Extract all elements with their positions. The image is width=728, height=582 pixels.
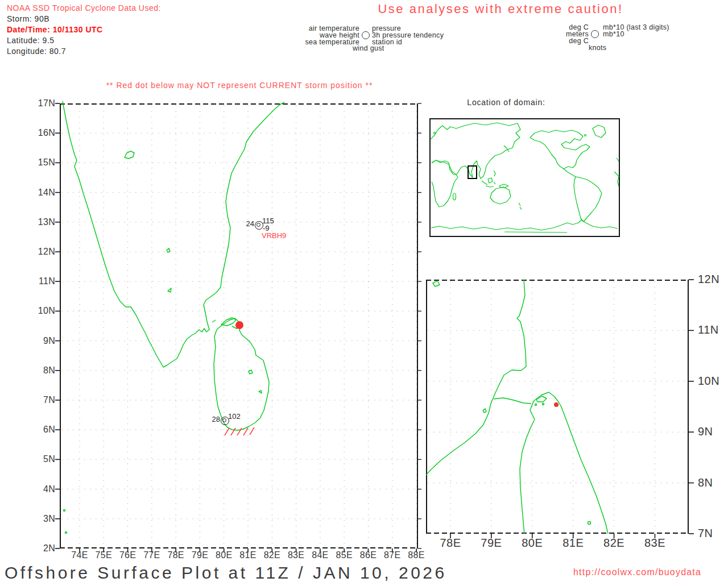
- main-map-lon-label: 76E: [117, 550, 139, 560]
- main-map-lat-label: 3N: [30, 514, 55, 524]
- main-map-lon-label: 74E: [68, 550, 91, 560]
- main-map-lat-label: 6N: [30, 425, 55, 435]
- main-map-lon-label: 88E: [405, 550, 428, 560]
- small-island: [249, 370, 253, 374]
- legend-wind-gust-label: wind gust: [353, 45, 384, 52]
- plot-title: Offshore Surface Plot at 11Z / JAN 10, 2…: [5, 563, 447, 582]
- zoom-inset-canvas: [426, 280, 689, 534]
- main-map-lat-label: 13N: [30, 217, 55, 227]
- main-map-lon-label: 81E: [237, 550, 259, 560]
- storm-position-dot: [235, 321, 243, 329]
- small-island: [168, 288, 171, 292]
- main-map-lat-label: 14N: [30, 188, 55, 198]
- small-island: [259, 390, 262, 393]
- legend-sea-temperature-label: sea temperature: [284, 39, 359, 45]
- station-id: VRBH9: [262, 231, 286, 240]
- legend-wind-gust-unit: knots: [589, 44, 606, 51]
- main-map-lat-label: 11N: [30, 276, 55, 286]
- storm-datetime: Date/Time: 10/1130 UTC: [7, 25, 103, 34]
- main-map-lat-label: 9N: [30, 336, 55, 346]
- main-map-lat-label: 8N: [30, 365, 55, 376]
- main-map-lon-label: 77E: [140, 550, 163, 560]
- inset-map-lon-label: 81E: [559, 537, 588, 550]
- storm-longitude: Longitude: 80.7: [7, 47, 66, 56]
- main-map-lon-label: 85E: [333, 550, 355, 560]
- world-coastlines: [431, 123, 619, 232]
- main-map-lat-label: 7N: [30, 395, 55, 405]
- sri-lanka-coastline: [214, 318, 269, 430]
- main-map-lat-label: 17N: [30, 98, 55, 109]
- small-island: [64, 510, 65, 512]
- station-circle-inner-icon: [222, 418, 226, 422]
- main-map-lat-label: 12N: [30, 247, 55, 257]
- station-symbol-icon: [591, 30, 599, 38]
- station-air-temperature: 24: [246, 219, 254, 228]
- station-pressure: 102: [228, 412, 241, 421]
- main-map-lon-label: 86E: [357, 550, 379, 560]
- inset-map-lon-label: 83E: [640, 537, 670, 550]
- world-inset-map: [429, 118, 620, 237]
- inset-map-lat-label: 12N: [698, 273, 726, 286]
- zoom-inset-map: [426, 280, 689, 534]
- main-map-lat-label: 16N: [30, 128, 55, 138]
- world-map-canvas: [431, 119, 619, 236]
- station-air-temperature: 28: [212, 415, 220, 423]
- inset-map-lat-label: 10N: [698, 375, 726, 388]
- small-island: [125, 151, 134, 159]
- storm-name: Storm: 90B: [7, 14, 49, 23]
- main-map-lat-label: 15N: [30, 157, 55, 168]
- main-map-lat-label: 4N: [30, 484, 55, 494]
- inset-map-lon-label: 79E: [477, 537, 506, 550]
- small-island: [167, 248, 170, 252]
- offshore-surface-plot-page: { "colors": { "coastline_green": "#00c81…: [0, 0, 728, 582]
- storm-position-dot-inset: [554, 402, 559, 407]
- data-source-line: NOAA SSD Tropical Cyclone Data Used:: [7, 3, 161, 13]
- main-map-lat-label: 10N: [30, 306, 55, 316]
- legend-sea-temperature-unit: deg C: [535, 38, 589, 44]
- india-coastline: [63, 101, 284, 534]
- inset-coastlines: [426, 280, 608, 534]
- main-map-lat-label: 2N: [30, 543, 55, 554]
- main-map-lat-label: 5N: [30, 454, 55, 464]
- main-map-lon-label: 83E: [285, 550, 308, 560]
- inset-map-lat-label: 7N: [698, 527, 726, 540]
- red-hatch-marks: [225, 427, 254, 435]
- inset-map-lat-label: 9N: [698, 425, 726, 438]
- inset-map-lon-label: 78E: [436, 537, 465, 550]
- domain-box: [468, 165, 477, 179]
- main-map-lon-label: 78E: [164, 550, 187, 560]
- main-map-lon-label: 87E: [381, 550, 404, 560]
- legend-pressure-tendency-unit: mb*10: [603, 31, 624, 38]
- small-island: [65, 532, 67, 534]
- inset-map-lon-label: 82E: [599, 537, 629, 550]
- inset-map-lat-label: 8N: [698, 476, 726, 489]
- world-inset-title: Location of domain:: [449, 98, 563, 107]
- storm-position-warning: ** Red dot below may NOT represent CURRE…: [80, 81, 399, 90]
- storm-latitude: Latitude: 9.5: [7, 36, 55, 45]
- main-map-lon-label: 80E: [213, 550, 235, 560]
- station-symbol-icon: [362, 31, 370, 39]
- inset-map-lon-label: 80E: [518, 537, 547, 550]
- main-map-lon-label: 75E: [92, 550, 115, 560]
- source-url[interactable]: http://coolwx.com/buoydata: [573, 567, 701, 577]
- main-map-lon-label: 84E: [309, 550, 332, 560]
- station-circle-inner-icon: [257, 223, 260, 227]
- main-map-lon-label: 82E: [260, 550, 283, 560]
- inset-map-lat-label: 11N: [698, 323, 726, 336]
- main-map-lon-label: 79E: [188, 550, 211, 560]
- caution-banner: Use analyses with extreme caution!: [347, 2, 654, 16]
